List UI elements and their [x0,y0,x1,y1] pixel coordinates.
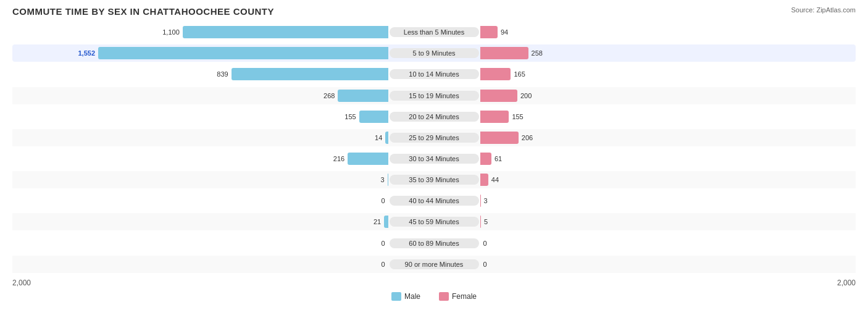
bar-row: 3 35 to 39 Minutes 44 [12,171,856,188]
bar-row: 839 10 to 14 Minutes 165 [12,65,856,83]
female-bar [480,111,509,123]
label-pill: 30 to 34 Minutes [390,154,479,164]
source-label: Source: ZipAtlas.com [791,6,856,14]
female-value: 200 [517,92,539,99]
row-container: 1,100 Less than 5 Minutes 94 [12,22,856,275]
legend-male-box [391,292,401,301]
female-value: 155 [509,113,530,120]
male-bar [385,132,388,144]
chart-container: COMMUTE TIME BY SEX IN CHATTAHOOCHEE COU… [0,0,868,323]
male-value: 3 [364,176,388,183]
axis-left: 2,000 [12,279,31,287]
female-bar [480,174,488,186]
label-pill: 5 to 9 Minutes [390,48,479,58]
female-value: 44 [488,176,510,183]
male-value: 0 [365,197,388,204]
legend-female-box [439,292,449,301]
female-bar [480,47,528,59]
male-value: 839 [208,70,232,78]
female-value: 3 [480,197,502,204]
male-value: 268 [314,92,338,99]
female-bar [480,68,511,80]
male-bar [388,174,388,186]
bar-row: 14 25 to 29 Minutes 206 [12,129,856,146]
male-bar [232,68,388,80]
female-value: 5 [481,218,503,225]
female-value: 0 [480,240,502,247]
bar-row: 216 30 to 34 Minutes 61 [12,150,856,167]
male-bar [183,26,388,38]
label-pill: 40 to 44 Minutes [390,196,479,206]
male-value: 21 [361,218,384,225]
chart-title: COMMUTE TIME BY SEX IN CHATTAHOOCHEE COU… [12,6,856,17]
male-bar [384,216,388,228]
female-value: 206 [519,134,540,141]
female-bar [480,153,491,165]
female-bar [480,132,519,144]
axis-bottom: 2,000 2,000 [12,276,856,290]
female-value: 0 [480,261,502,268]
male-value: 0 [365,240,388,247]
label-pill: Less than 5 Minutes [390,27,479,37]
bar-row: 0 90 or more Minutes 0 [12,256,856,273]
female-value: 165 [511,70,532,78]
female-value: 94 [498,28,519,36]
male-value: 216 [324,155,348,162]
male-bar [338,90,388,102]
label-pill: 60 to 89 Minutes [390,238,479,248]
chart-area: 1,100 Less than 5 Minutes 94 [12,22,856,275]
label-pill: 10 to 14 Minutes [390,69,479,79]
label-pill: 45 to 59 Minutes [390,217,479,227]
female-bar [480,26,498,38]
male-value: 1,552 [75,49,98,57]
label-pill: 15 to 19 Minutes [390,91,479,101]
legend-female: Female [439,292,477,301]
label-pill: 25 to 29 Minutes [390,133,479,143]
male-value: 155 [336,113,359,120]
male-value: 1,100 [159,28,183,36]
legend-male-label: Male [404,292,420,301]
legend-male: Male [391,292,420,301]
bar-row: 0 60 to 89 Minutes 0 [12,235,856,252]
bar-row: 268 15 to 19 Minutes 200 [12,87,856,104]
male-value: 14 [362,134,385,141]
female-value: 258 [528,49,550,57]
male-value: 0 [365,261,388,268]
male-bar [359,111,388,123]
bar-row: 155 20 to 24 Minutes 155 [12,108,856,125]
label-pill: 90 or more Minutes [390,259,479,269]
axis-right: 2,000 [837,279,856,287]
legend: Male Female [12,292,856,301]
male-bar [348,153,388,165]
bar-row: 1,552 5 to 9 Minutes 258 [12,44,856,62]
bar-row: 1,100 Less than 5 Minutes 94 [12,23,856,41]
bar-row: 0 40 to 44 Minutes 3 [12,192,856,209]
male-bar [98,47,388,59]
bar-row: 21 45 to 59 Minutes 5 [12,213,856,230]
legend-female-label: Female [452,292,477,301]
label-pill: 35 to 39 Minutes [390,175,479,185]
female-bar [480,90,518,102]
female-value: 61 [491,155,513,162]
label-pill: 20 to 24 Minutes [390,112,479,122]
